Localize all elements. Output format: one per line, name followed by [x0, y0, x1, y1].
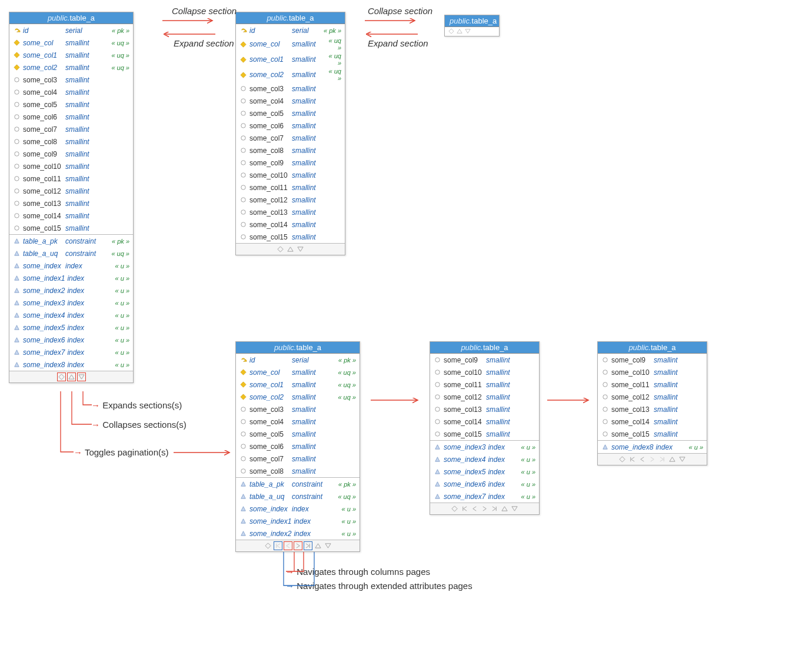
table-row[interactable]: some_indexindex« u » — [9, 260, 133, 272]
table-row[interactable]: idserial« pk » — [9, 24, 133, 36]
table-row[interactable]: some_index8index« u » — [598, 441, 707, 453]
table-row[interactable]: some_col2smallint« uq » — [236, 391, 360, 403]
prev-page-icon[interactable] — [638, 455, 646, 463]
collapse-icon[interactable] — [457, 28, 463, 35]
table-row[interactable]: some_index5index« u » — [430, 465, 539, 478]
table-row[interactable]: some_index4index« u » — [9, 309, 133, 321]
table-row[interactable]: some_col11smallint — [236, 181, 345, 194]
table-row[interactable]: some_index1index« u » — [236, 515, 360, 527]
expand-icon[interactable] — [324, 542, 332, 550]
table-row[interactable]: some_col5smallint — [9, 98, 133, 111]
expand-icon[interactable] — [678, 455, 686, 463]
table-row[interactable]: some_col13smallint — [598, 403, 707, 415]
first-page-icon[interactable] — [461, 505, 468, 513]
table-row[interactable]: some_col8smallint — [236, 465, 360, 477]
table-row[interactable]: some_col14smallint — [598, 415, 707, 428]
table-header[interactable]: public.table_a — [430, 342, 539, 354]
table-row[interactable]: some_index7index« u » — [9, 346, 133, 358]
table-row[interactable]: some_col12smallint — [236, 194, 345, 206]
table-row[interactable]: some_col11smallint — [9, 172, 133, 185]
table-row[interactable]: table_a_pkconstraint« pk » — [9, 235, 133, 247]
expand-icon[interactable] — [78, 373, 85, 381]
table-row[interactable]: some_col12smallint — [598, 391, 707, 403]
table-row[interactable]: some_col1smallint« uq » — [236, 378, 360, 391]
table-row[interactable]: some_col14smallint — [430, 415, 539, 428]
table-row[interactable]: some_col7smallint — [236, 132, 345, 144]
table-row[interactable]: some_col4smallint — [236, 415, 360, 428]
collapse-icon[interactable] — [287, 245, 294, 253]
table-row[interactable]: table_a_pkconstraint« pk » — [236, 478, 360, 490]
table-row[interactable]: some_col1smallint« uq » — [9, 49, 133, 61]
table-row[interactable]: some_index2index« u » — [236, 527, 360, 540]
table-row[interactable]: some_index3index« u » — [430, 441, 539, 453]
table-row[interactable]: some_index2index« u » — [9, 284, 133, 297]
table-row[interactable]: some_col8smallint — [9, 135, 133, 148]
table-row[interactable]: idserial« pk » — [236, 24, 345, 36]
toggle-pagination-icon[interactable] — [277, 245, 284, 253]
table-row[interactable]: some_col15smallint — [9, 222, 133, 234]
table-row[interactable]: some_index1index« u » — [9, 272, 133, 284]
table-row[interactable]: some_col14smallint — [236, 218, 345, 231]
table-row[interactable]: some_col11smallint — [430, 378, 539, 391]
table-row[interactable]: some_colsmallint« uq » — [236, 366, 360, 378]
table-row[interactable]: some_index3index« u » — [9, 297, 133, 309]
table-row[interactable]: some_col13smallint — [430, 403, 539, 415]
table-row[interactable]: some_col9smallint — [236, 157, 345, 169]
collapse-icon[interactable] — [314, 542, 322, 550]
table-header[interactable]: public.table_a — [598, 342, 707, 354]
toggle-pagination-icon[interactable] — [448, 28, 455, 35]
table-row[interactable]: some_col15smallint — [430, 428, 539, 440]
table-row[interactable]: some_col13smallint — [236, 206, 345, 218]
toggle-pagination-icon[interactable] — [451, 505, 458, 513]
table-row[interactable]: some_col10smallint — [9, 160, 133, 172]
table-header[interactable]: public.table_a — [445, 15, 499, 27]
collapse-icon[interactable] — [668, 455, 676, 463]
table-row[interactable]: some_col7smallint — [236, 453, 360, 465]
expand-icon[interactable] — [297, 245, 304, 253]
collapse-icon[interactable] — [501, 505, 508, 513]
table-row[interactable]: some_col6smallint — [236, 119, 345, 132]
table-row[interactable]: some_col6smallint — [236, 440, 360, 453]
table-row[interactable]: some_col2smallint« uq » — [236, 67, 345, 82]
last-page-icon[interactable] — [658, 455, 666, 463]
table-row[interactable]: some_col2smallint« uq » — [9, 61, 133, 74]
first-page-icon[interactable] — [274, 542, 282, 550]
table-row[interactable]: table_a_uqconstraint« uq » — [236, 490, 360, 503]
table-row[interactable]: some_col6smallint — [9, 111, 133, 123]
table-row[interactable]: some_index5index« u » — [9, 321, 133, 334]
table-row[interactable]: some_col12smallint — [430, 391, 539, 403]
table-row[interactable]: some_col5smallint — [236, 107, 345, 119]
prev-page-icon[interactable] — [471, 505, 478, 513]
table-row[interactable]: some_col15smallint — [598, 428, 707, 440]
table-row[interactable]: some_col12smallint — [9, 185, 133, 197]
table-row[interactable]: some_col10smallint — [430, 366, 539, 378]
table-row[interactable]: table_a_uqconstraint« uq » — [9, 247, 133, 260]
table-row[interactable]: some_col14smallint — [9, 209, 133, 222]
collapse-icon[interactable] — [68, 373, 75, 381]
expand-icon[interactable] — [465, 28, 471, 35]
table-row[interactable]: some_col3smallint — [236, 82, 345, 95]
table-header[interactable]: public.table_a — [236, 12, 345, 24]
table-row[interactable]: some_col3smallint — [9, 74, 133, 86]
table-row[interactable]: some_col7smallint — [9, 123, 133, 135]
table-row[interactable]: some_col13smallint — [9, 197, 133, 209]
next-page-icon[interactable] — [294, 542, 302, 550]
table-row[interactable]: some_col3smallint — [236, 403, 360, 415]
table-row[interactable]: some_index7index« u » — [430, 490, 539, 503]
table-row[interactable]: some_col4smallint — [236, 95, 345, 107]
table-row[interactable]: some_col1smallint« uq » — [236, 52, 345, 67]
table-header[interactable]: public.table_a — [236, 342, 360, 354]
expand-icon[interactable] — [511, 505, 518, 513]
table-row[interactable]: some_col9smallint — [598, 354, 707, 366]
first-page-icon[interactable] — [628, 455, 636, 463]
table-row[interactable]: some_col11smallint — [598, 378, 707, 391]
table-row[interactable]: some_col10smallint — [598, 366, 707, 378]
table-row[interactable]: some_col8smallint — [236, 144, 345, 157]
table-row[interactable]: some_colsmallint« uq » — [9, 36, 133, 49]
table-row[interactable]: some_index6index« u » — [9, 334, 133, 346]
table-row[interactable]: some_col9smallint — [9, 148, 133, 160]
table-row[interactable]: some_index8index« u » — [9, 358, 133, 371]
table-row[interactable]: some_index6index« u » — [430, 478, 539, 490]
table-row[interactable]: some_index4index« u » — [430, 453, 539, 465]
table-row[interactable]: some_col15smallint — [236, 231, 345, 243]
